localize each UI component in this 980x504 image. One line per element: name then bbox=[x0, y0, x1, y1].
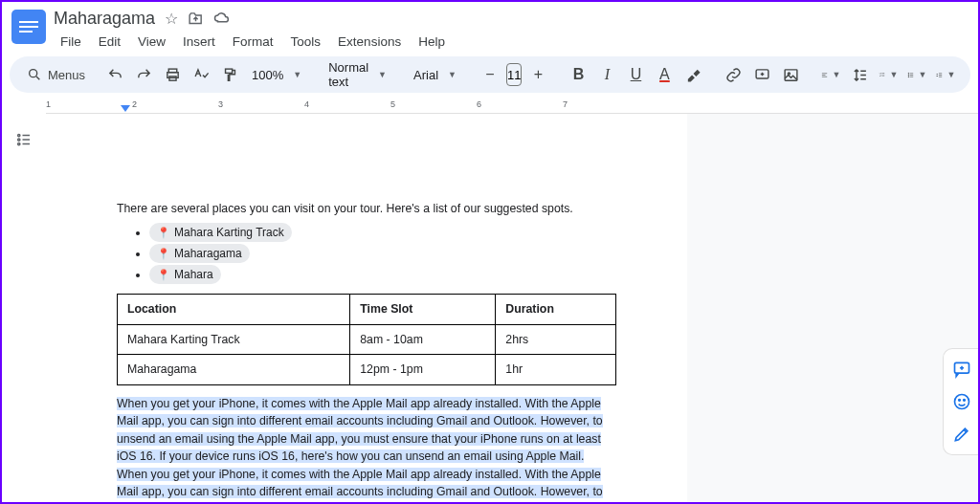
svg-text:2: 2 bbox=[937, 74, 939, 76]
font-size-input[interactable]: 11 bbox=[506, 63, 522, 86]
schedule-table[interactable]: Location Time Slot Duration Mahara Karti… bbox=[117, 294, 616, 384]
svg-point-17 bbox=[955, 395, 969, 409]
checklist-button[interactable]: ▼ bbox=[876, 61, 901, 88]
spellcheck-button[interactable] bbox=[189, 61, 213, 88]
italic-button[interactable]: I bbox=[594, 61, 619, 88]
svg-point-14 bbox=[18, 139, 20, 141]
svg-point-0 bbox=[30, 70, 37, 77]
svg-point-19 bbox=[964, 400, 966, 402]
increase-font-button[interactable]: + bbox=[525, 61, 550, 88]
font-select[interactable]: Arial▼ bbox=[408, 68, 462, 82]
document-page[interactable]: There are several places you can visit o… bbox=[46, 114, 687, 504]
image-button[interactable] bbox=[778, 61, 803, 88]
menu-extensions[interactable]: Extensions bbox=[331, 31, 408, 53]
svg-text:1: 1 bbox=[937, 72, 939, 74]
star-icon[interactable]: ☆ bbox=[165, 10, 178, 28]
decrease-font-button[interactable]: − bbox=[478, 61, 502, 88]
suggest-button[interactable] bbox=[947, 420, 976, 449]
add-emoji-button[interactable] bbox=[947, 387, 976, 416]
svg-point-13 bbox=[18, 134, 20, 136]
number-list-button[interactable]: 12▼ bbox=[933, 61, 958, 88]
move-icon[interactable] bbox=[188, 11, 204, 27]
ruler[interactable]: 1 2 3 4 5 6 7 bbox=[46, 99, 978, 114]
body-paragraph: When you get your iPhone, it comes with … bbox=[117, 466, 616, 505]
align-button[interactable]: ▼ bbox=[818, 61, 843, 88]
location-chip[interactable]: 📍Mahara bbox=[149, 265, 221, 284]
chevron-down-icon: ▼ bbox=[448, 70, 457, 79]
svg-point-9 bbox=[908, 75, 909, 76]
menu-bar: File Edit View Insert Format Tools Exten… bbox=[54, 31, 969, 53]
menu-file[interactable]: File bbox=[54, 31, 88, 53]
link-button[interactable] bbox=[721, 61, 746, 88]
menu-help[interactable]: Help bbox=[412, 31, 452, 53]
menu-view[interactable]: View bbox=[131, 31, 172, 53]
print-button[interactable] bbox=[160, 61, 185, 88]
menu-insert[interactable]: Insert bbox=[176, 31, 222, 53]
chevron-down-icon: ▼ bbox=[833, 70, 841, 79]
body-paragraph: When you get your iPhone, it comes with … bbox=[117, 395, 616, 466]
docs-logo[interactable] bbox=[11, 10, 46, 44]
indent-decrease-button[interactable] bbox=[973, 61, 980, 88]
pin-icon: 📍 bbox=[157, 246, 170, 262]
comment-button[interactable] bbox=[749, 61, 774, 88]
redo-button[interactable] bbox=[131, 61, 156, 88]
style-select[interactable]: Normal text▼ bbox=[323, 60, 392, 89]
pin-icon: 📍 bbox=[157, 267, 170, 283]
bold-button[interactable]: B bbox=[566, 61, 590, 88]
menu-tools[interactable]: Tools bbox=[284, 31, 328, 53]
intro-text: There are several places you can visit o… bbox=[117, 200, 616, 217]
list-item: 📍Maharagama bbox=[149, 244, 616, 263]
svg-point-18 bbox=[959, 400, 961, 402]
undo-button[interactable] bbox=[102, 61, 127, 88]
search-icon bbox=[27, 67, 42, 82]
svg-point-15 bbox=[18, 142, 20, 144]
toolbar: Menus 100%▼ Normal text▼ Arial▼ − 11 + B… bbox=[10, 56, 970, 93]
add-comment-button[interactable] bbox=[947, 355, 976, 383]
chevron-down-icon: ▼ bbox=[293, 70, 301, 79]
table-row: Mahara Karting Track 8am - 10am 2hrs bbox=[118, 324, 616, 354]
location-chip[interactable]: 📍Maharagama bbox=[149, 244, 250, 263]
search-menus[interactable]: Menus bbox=[17, 61, 95, 88]
indent-marker[interactable] bbox=[121, 105, 130, 112]
menu-format[interactable]: Format bbox=[226, 31, 280, 53]
highlight-button[interactable] bbox=[680, 61, 705, 88]
menu-edit[interactable]: Edit bbox=[92, 31, 127, 53]
outline-button[interactable] bbox=[11, 127, 36, 152]
table-header-row: Location Time Slot Duration bbox=[118, 295, 616, 324]
svg-point-10 bbox=[908, 76, 909, 77]
line-spacing-button[interactable] bbox=[847, 61, 872, 88]
list-item: 📍Mahara bbox=[149, 265, 616, 284]
underline-button[interactable]: U bbox=[623, 61, 648, 88]
zoom-select[interactable]: 100%▼ bbox=[246, 68, 307, 82]
pin-icon: 📍 bbox=[157, 225, 170, 241]
table-row: Maharagama 12pm - 1pm 1hr bbox=[118, 355, 616, 384]
svg-point-8 bbox=[908, 73, 909, 74]
search-label: Menus bbox=[48, 68, 85, 82]
svg-rect-4 bbox=[225, 69, 232, 73]
paint-format-button[interactable] bbox=[217, 61, 242, 88]
list-item: 📍Mahara Karting Track bbox=[149, 223, 616, 242]
text-color-button[interactable]: A bbox=[652, 61, 677, 88]
chevron-down-icon: ▼ bbox=[378, 70, 387, 79]
location-chip[interactable]: 📍Mahara Karting Track bbox=[149, 223, 292, 242]
cloud-icon[interactable] bbox=[213, 10, 231, 27]
doc-title[interactable]: Maharagama bbox=[54, 9, 155, 29]
side-toolbar bbox=[943, 348, 980, 455]
bullet-list-button[interactable]: ▼ bbox=[904, 61, 929, 88]
